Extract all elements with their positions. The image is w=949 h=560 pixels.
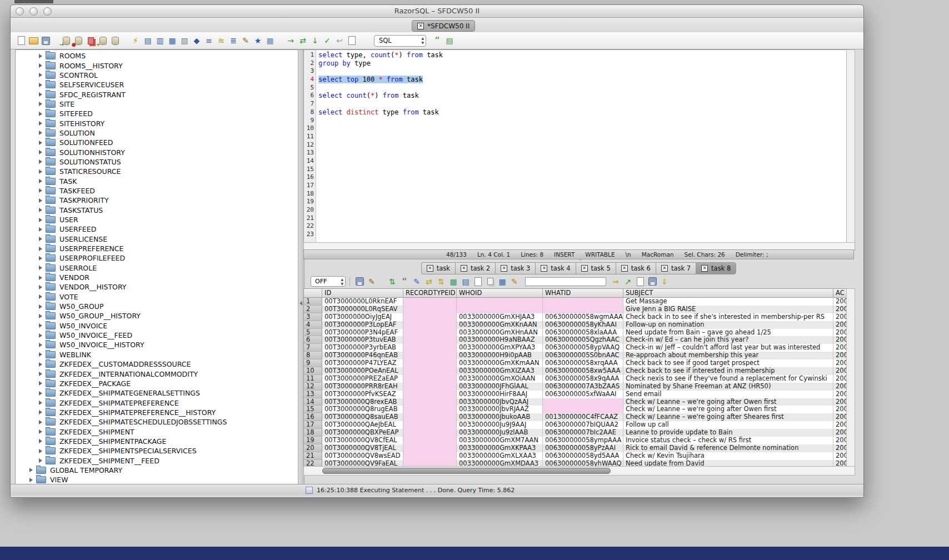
rollback-icon[interactable]: ↩ [334,35,345,46]
data-cell[interactable]: 006300000058x9qAAA [543,375,623,383]
expand-triangle-icon[interactable] [29,468,33,472]
expand-triangle-icon[interactable] [39,323,42,328]
data-cell[interactable]: Check w/ Leanne – we're going after Owen… [623,398,833,406]
data-cell[interactable] [403,359,457,367]
execute-sql-icon[interactable]: ⚡ [130,35,141,46]
sidebar-table-item[interactable]: USERROLE [16,263,298,273]
data-cell[interactable] [457,298,543,306]
result-tab[interactable]: ✕task 7 [656,262,696,274]
row-number-cell[interactable]: 20 [304,444,322,452]
data-cell[interactable]: 200 [833,437,847,444]
sidebar-table-item[interactable]: TASKFEED [16,186,298,196]
table-generate-icon[interactable]: ▦ [448,276,459,287]
data-cell[interactable]: 200 [833,344,847,352]
row-number-cell[interactable]: 16 [304,413,322,421]
download-icon[interactable]: ⇓ [659,276,670,287]
data-cell[interactable]: 200 [833,406,847,413]
column-header[interactable] [304,289,322,297]
expand-triangle-icon[interactable] [39,63,42,68]
row-number-cell[interactable]: 4 [304,321,322,329]
view-glasses-icon[interactable]: “ [399,276,410,287]
data-cell[interactable]: 00T3000000P47LYEAZ [322,359,403,367]
quotes-icon[interactable]: “ [432,35,443,46]
data-cell[interactable] [403,367,457,375]
data-cell[interactable]: 0033000000Ju9zlAAB [457,429,543,437]
data-cell[interactable]: 200 [833,298,847,306]
results-search-input[interactable] [525,277,606,286]
sidebar-table-item[interactable]: SOLUTION [16,128,298,138]
sidebar-table-item[interactable]: ZKFEDEX__PACKAGE [16,379,298,388]
copy-connection-icon[interactable] [85,35,96,46]
close-document-icon[interactable]: ✕ [417,23,424,29]
data-cell[interactable]: Send email [623,391,833,398]
data-cell[interactable] [403,352,457,359]
view-contents-icon[interactable]: ▧ [179,35,190,46]
expand-triangle-icon[interactable] [39,429,42,434]
expand-triangle-icon[interactable] [39,218,42,222]
data-cell[interactable] [403,313,457,321]
sidebar-table-item[interactable]: USERPREFERENCE [16,244,298,253]
expand-triangle-icon[interactable] [39,131,42,135]
row-number-cell[interactable]: 5 [304,329,322,337]
sidebar-table-item[interactable]: W50_INVOICE__FEED [16,331,298,340]
data-cell[interactable]: Leanne to provide update to Bain [623,429,833,437]
data-cell[interactable]: 200 [833,367,847,375]
data-cell[interactable] [403,329,457,337]
data-cell[interactable] [403,336,457,344]
data-cell[interactable]: 200 [833,391,847,398]
data-cell[interactable]: 00T3000000L0RqSEAV [322,306,403,313]
sidebar-table-item[interactable]: ZKFEDEX__INTERNATIONALCOMMODITY [16,369,298,378]
data-cell[interactable] [457,306,543,313]
sidebar-table-item[interactable]: ZKFEDEX__SHIPMATEPREFERENCE [16,398,298,407]
data-cell[interactable]: Follow up call [623,421,833,429]
data-cell[interactable]: 00T3000000P3LopEAF [322,321,403,329]
data-cell[interactable]: 00630000005QgzhAAC [543,336,623,344]
close-tab-icon[interactable]: ✕ [621,265,628,272]
expand-triangle-icon[interactable] [39,102,42,106]
close-tab-icon[interactable]: ✕ [661,265,668,272]
data-cell[interactable]: 00T3000000P3yrbEAB [322,344,403,352]
data-cell[interactable]: 0033000000JbvQzAAJ [457,398,543,406]
row-number-cell[interactable]: 15 [304,406,322,413]
data-cell[interactable]: 00T3000000PfvKSEAZ [322,391,403,398]
close-tab-icon[interactable]: ✕ [541,265,547,272]
expand-triangle-icon[interactable] [39,188,42,193]
data-cell[interactable]: 0013000000C4fFCAAZ [543,413,623,421]
data-cell[interactable]: 00T3000000P46qnEAB [322,352,403,359]
sidebar-table-item[interactable]: VOTE [16,292,298,302]
data-cell[interactable] [403,383,457,391]
data-cell[interactable]: 0033000000GmXKPAA3 [457,444,543,452]
data-cell[interactable]: 200 [833,413,847,421]
format-sql-icon[interactable]: ≣ [228,35,239,46]
data-cell[interactable]: 006300000058yKhAAI [543,321,623,329]
close-tab-icon[interactable]: ✕ [461,265,467,272]
expand-triangle-icon[interactable] [39,159,42,164]
column-header[interactable]: SUBJECT [623,289,833,297]
sidebar-table-item[interactable]: SFDC_REGISTRANT [16,89,298,99]
expand-triangle-icon[interactable] [39,304,42,309]
data-cell[interactable]: Check back to see if good target prospec… [623,359,833,367]
sidebar-table-item[interactable]: SELFSERVICEUSER [16,80,298,89]
sidebar-table-item[interactable]: ZKFEDEX__SHIPMENTSPECIALSERVICES [16,446,298,456]
data-cell[interactable] [403,298,457,306]
edit-table-icon[interactable]: ▦ [167,35,178,46]
data-cell[interactable] [403,444,457,452]
data-cell[interactable] [403,398,457,406]
sidebar-table-item[interactable]: W50_GROUP__HISTORY [16,311,298,321]
row-number-cell[interactable]: 11 [304,375,322,383]
expand-triangle-icon[interactable] [39,401,42,405]
sql-mode-select[interactable]: SQL ▲▼ [374,35,426,47]
grid-horizontal-scrollbar[interactable] [303,466,855,476]
expand-triangle-icon[interactable] [39,73,42,77]
data-cell[interactable]: 006300000058yd5AAA [543,452,623,460]
data-cell[interactable]: 0033000000GmXHJAA3 [457,313,543,321]
data-cell[interactable]: Check w/ Leanne – we're going after Shea… [623,413,833,421]
expand-triangle-icon[interactable] [39,150,42,154]
sidebar-table-item[interactable]: USERLICENSE [16,234,298,244]
sidebar-table-item[interactable]: ZKFEDEX__SHIPMENT [16,427,298,436]
data-cell[interactable] [403,437,457,444]
data-cell[interactable]: 200 [833,421,847,429]
data-cell[interactable]: 00T3000000POeAnEAL [322,367,403,375]
expand-triangle-icon[interactable] [39,449,42,453]
data-cell[interactable]: Rick to email David & reference Delmonte… [623,444,833,452]
